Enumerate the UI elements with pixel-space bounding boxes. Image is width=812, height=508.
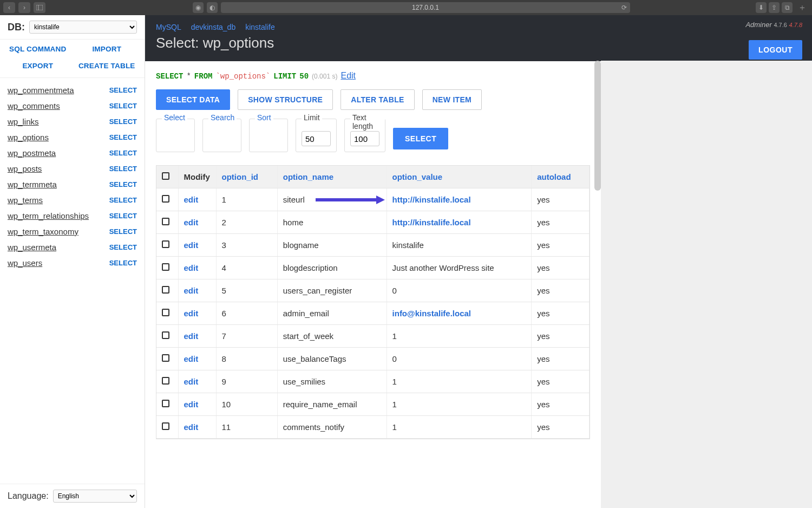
show-structure-button[interactable]: SHOW STRUCTURE bbox=[238, 89, 333, 110]
back-button[interactable]: ‹ bbox=[3, 2, 15, 13]
tabs-icon[interactable]: ⧉ bbox=[782, 2, 793, 13]
row-checkbox[interactable] bbox=[162, 331, 169, 339]
logout-button[interactable]: LOGOUT bbox=[749, 40, 802, 60]
edit-link[interactable]: edit bbox=[184, 377, 199, 386]
sidebar-table-name[interactable]: wp_usermeta bbox=[8, 243, 56, 252]
edit-link[interactable]: edit bbox=[184, 354, 199, 363]
sidebar-table-select-link[interactable]: SELECT bbox=[109, 118, 137, 126]
search-legend[interactable]: Search bbox=[208, 113, 237, 122]
row-checkbox[interactable] bbox=[162, 263, 169, 271]
edit-link[interactable]: edit bbox=[184, 309, 199, 318]
edit-link[interactable]: edit bbox=[184, 422, 199, 432]
sort-legend[interactable]: Sort bbox=[255, 113, 273, 122]
alter-table-button[interactable]: ALTER TABLE bbox=[340, 89, 414, 110]
select-all-checkbox[interactable] bbox=[162, 172, 169, 180]
sidebar-table-name[interactable]: wp_comments bbox=[8, 101, 60, 110]
select-data-button[interactable]: SELECT DATA bbox=[156, 89, 230, 110]
row-checkbox[interactable] bbox=[162, 195, 169, 203]
col-option-id[interactable]: option_id bbox=[216, 166, 277, 188]
annotation-arrow-icon bbox=[316, 194, 386, 205]
reload-icon[interactable]: ⟳ bbox=[621, 4, 627, 11]
shield-icon[interactable]: ◉ bbox=[193, 2, 204, 13]
db-select[interactable]: kinstalife bbox=[29, 21, 137, 34]
row-checkbox[interactable] bbox=[162, 309, 169, 316]
sidebar-table-name[interactable]: wp_terms bbox=[8, 196, 43, 205]
crumb-mysql[interactable]: MySQL bbox=[156, 23, 181, 31]
sidebar-table-row: wp_optionsSELECT bbox=[0, 129, 145, 145]
cell-option-value[interactable]: http://kinstalife.local bbox=[387, 211, 532, 234]
sidebar-table-select-link[interactable]: SELECT bbox=[109, 227, 137, 236]
textlen-input[interactable] bbox=[350, 131, 379, 146]
sidebar-table-select-link[interactable]: SELECT bbox=[109, 86, 137, 94]
sidebar-table-select-link[interactable]: SELECT bbox=[109, 212, 137, 220]
col-option-value[interactable]: option_value bbox=[387, 166, 532, 188]
language-select[interactable]: English bbox=[53, 490, 137, 503]
edit-link[interactable]: edit bbox=[184, 286, 199, 295]
row-checkbox[interactable] bbox=[162, 218, 169, 225]
sidebar-table-select-link[interactable]: SELECT bbox=[109, 133, 137, 141]
sidebar-table-name[interactable]: wp_postmeta bbox=[8, 148, 56, 158]
limit-input[interactable] bbox=[302, 131, 331, 146]
edit-link[interactable]: edit bbox=[184, 331, 199, 341]
edit-link[interactable]: edit bbox=[184, 195, 199, 204]
scrollbar[interactable] bbox=[594, 61, 601, 191]
sidebar-table-name[interactable]: wp_options bbox=[8, 133, 49, 142]
select-columns-fieldset[interactable]: Select bbox=[156, 119, 195, 152]
crumb-db[interactable]: devkinsta_db bbox=[191, 23, 236, 31]
sidebar-table-name[interactable]: wp_links bbox=[8, 117, 39, 126]
download-icon[interactable]: ⬇ bbox=[756, 2, 767, 13]
row-checkbox[interactable] bbox=[162, 354, 169, 362]
svg-rect-0 bbox=[36, 5, 43, 10]
cell-option-value: 1 bbox=[387, 393, 532, 416]
contrast-icon[interactable]: ◐ bbox=[207, 2, 218, 13]
brand-version-new: 4.7.8 bbox=[789, 22, 802, 28]
cell-option-value[interactable]: http://kinstalife.local bbox=[387, 188, 532, 211]
sidebar-table-name[interactable]: wp_term_taxonomy bbox=[8, 227, 78, 236]
sql-command-link[interactable]: SQL COMMAND bbox=[4, 45, 71, 53]
sidebar-table-name[interactable]: wp_term_relationships bbox=[8, 211, 89, 220]
sidebar-table-select-link[interactable]: SELECT bbox=[109, 196, 137, 204]
url-bar[interactable]: 127.0.0.1 ⟳ bbox=[221, 2, 630, 13]
share-icon[interactable]: ⇪ bbox=[769, 2, 780, 13]
sidebar-table-name[interactable]: wp_posts bbox=[8, 164, 42, 173]
table-header-row: Modify option_id option_name option_valu… bbox=[156, 166, 590, 188]
forward-button[interactable]: › bbox=[18, 2, 30, 13]
create-table-link[interactable]: CREATE TABLE bbox=[74, 62, 141, 70]
sidebar-table-name[interactable]: wp_termmeta bbox=[8, 180, 57, 189]
sidebar-table-select-link[interactable]: SELECT bbox=[109, 102, 137, 110]
row-checkbox[interactable] bbox=[162, 286, 169, 294]
sidebar-table-select-link[interactable]: SELECT bbox=[109, 243, 137, 251]
col-autoload[interactable]: autoload bbox=[532, 166, 590, 188]
cell-option-value[interactable]: info@kinstalife.local bbox=[387, 302, 532, 325]
sidebar-table-select-link[interactable]: SELECT bbox=[109, 259, 137, 267]
search-fieldset[interactable]: Search bbox=[202, 119, 241, 152]
edit-link[interactable]: edit bbox=[184, 263, 199, 272]
sidebar-table-select-link[interactable]: SELECT bbox=[109, 149, 137, 157]
edit-link[interactable]: edit bbox=[184, 400, 199, 409]
sidebar-table-select-link[interactable]: SELECT bbox=[109, 165, 137, 173]
select-legend[interactable]: Select bbox=[162, 113, 187, 122]
select-submit-button[interactable]: SELECT bbox=[393, 128, 448, 149]
sort-fieldset[interactable]: Sort bbox=[249, 119, 288, 152]
sidebar-table-select-link[interactable]: SELECT bbox=[109, 180, 137, 188]
new-tab-button[interactable]: ＋ bbox=[796, 1, 809, 15]
data-table-wrap: Modify option_id option_name option_valu… bbox=[156, 165, 590, 439]
row-checkbox[interactable] bbox=[162, 377, 169, 385]
cell-option-value: 0 bbox=[387, 348, 532, 370]
sidebar-table-name[interactable]: wp_commentmeta bbox=[8, 86, 74, 95]
new-item-button[interactable]: NEW ITEM bbox=[422, 89, 482, 110]
crumb-schema[interactable]: kinstalife bbox=[245, 23, 274, 31]
export-link[interactable]: EXPORT bbox=[4, 62, 71, 70]
edit-link[interactable]: edit bbox=[184, 240, 199, 250]
import-link[interactable]: IMPORT bbox=[74, 45, 141, 53]
row-checkbox[interactable] bbox=[162, 240, 169, 248]
table-row: edit7start_of_week1yes bbox=[156, 325, 590, 348]
col-option-name[interactable]: option_name bbox=[277, 166, 387, 188]
sidebar-toggle-icon[interactable] bbox=[34, 2, 45, 13]
sql-edit-link[interactable]: Edit bbox=[340, 71, 356, 81]
row-checkbox[interactable] bbox=[162, 400, 169, 407]
sidebar-table-name[interactable]: wp_users bbox=[8, 258, 42, 268]
edit-link[interactable]: edit bbox=[184, 218, 199, 227]
row-checkbox[interactable] bbox=[162, 422, 169, 430]
table-row: edit5users_can_register0yes bbox=[156, 279, 590, 302]
